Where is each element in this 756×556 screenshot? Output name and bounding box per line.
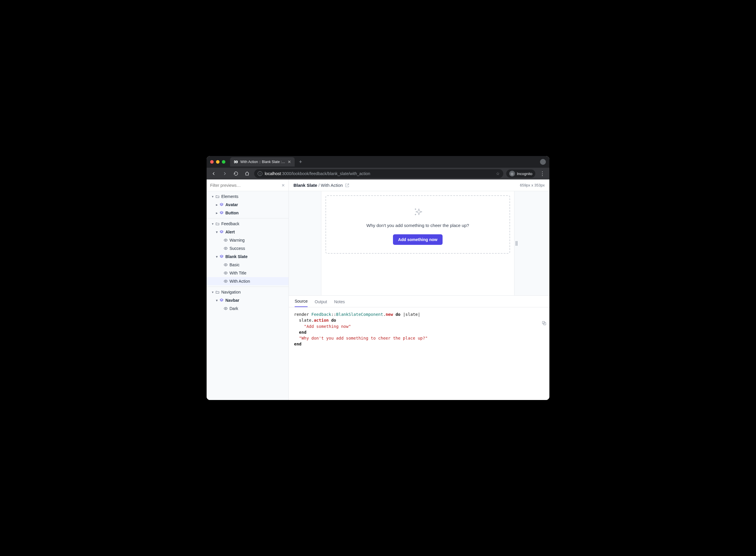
- window-controls: [210, 160, 225, 164]
- eye-icon: [223, 238, 228, 242]
- filter-input[interactable]: [210, 183, 282, 188]
- tab-output[interactable]: Output: [315, 300, 327, 307]
- blank-slate-message: Why don't you add something to cheer the…: [331, 223, 505, 228]
- tab-source[interactable]: Source: [295, 299, 307, 307]
- bookmark-icon[interactable]: ☆: [496, 171, 500, 176]
- blank-slate-component: Why don't you add something to cheer the…: [326, 195, 510, 254]
- preview-pane: Why don't you add something to cheer the…: [289, 191, 549, 295]
- chevron-down-icon: ▾: [211, 222, 215, 226]
- filter-bar: ✕: [207, 179, 289, 191]
- forward-button[interactable]: [221, 170, 229, 178]
- tab-close-button[interactable]: ✕: [288, 160, 291, 164]
- svg-point-8: [225, 281, 226, 282]
- chevron-right-icon: ▸: [215, 211, 219, 215]
- copy-icon[interactable]: [542, 321, 547, 325]
- eye-icon: [223, 263, 228, 267]
- source-code[interactable]: render Feedback::BlankSlateComponent.new…: [289, 307, 549, 351]
- maximize-window-button[interactable]: [222, 160, 225, 164]
- sidebar-preview-warning[interactable]: Warning: [207, 236, 289, 244]
- inspector-panel: Source Output Notes render Feedback::Bla…: [289, 295, 549, 400]
- folder-icon: [215, 195, 220, 199]
- tab-notes[interactable]: Notes: [334, 300, 345, 307]
- sidebar-preview-success[interactable]: Success: [207, 244, 289, 252]
- sidebar-component-button[interactable]: ▸ Button: [207, 209, 289, 217]
- sidebar-group-feedback[interactable]: ▾ Feedback: [207, 220, 289, 228]
- sidebar-group-elements[interactable]: ▾ Elements: [207, 193, 289, 201]
- sidebar-preview-with-action[interactable]: With Action: [207, 277, 289, 285]
- svg-point-7: [225, 272, 226, 274]
- sparkle-icon: [331, 206, 505, 218]
- close-window-button[interactable]: [210, 160, 213, 164]
- open-new-window-icon[interactable]: [345, 183, 349, 187]
- viewport-dimensions: 659px x 353px: [520, 183, 545, 187]
- preview-gutter: [289, 191, 321, 295]
- layers-icon: [219, 211, 224, 215]
- new-tab-button[interactable]: +: [296, 158, 305, 166]
- preview-resize-gutter: [515, 191, 549, 295]
- code-panel: render Feedback::BlankSlateComponent.new…: [289, 307, 549, 400]
- chevron-down-icon: ▾: [211, 195, 215, 199]
- sidebar-preview-basic[interactable]: Basic: [207, 261, 289, 269]
- reload-button[interactable]: [232, 170, 240, 178]
- sidebar-component-alert[interactable]: ▾ Alert: [207, 228, 289, 236]
- tab-title: With Action :: Blank Slate :: Loo: [240, 160, 285, 164]
- profile-avatar-icon[interactable]: [540, 159, 546, 165]
- incognito-badge[interactable]: ◎ Incognito: [506, 170, 535, 178]
- incognito-icon: ◎: [509, 171, 515, 177]
- tab-strip: 👀 With Action :: Blank Slate :: Loo ✕ +: [207, 156, 549, 168]
- chevron-down-icon: ▾: [215, 230, 219, 234]
- preview-tree[interactable]: ▾ Elements ▸ Avatar ▸: [207, 191, 289, 400]
- eye-icon: [223, 271, 228, 275]
- minimize-window-button[interactable]: [216, 160, 220, 164]
- layers-icon: [219, 298, 224, 302]
- svg-marker-2: [220, 231, 223, 232]
- layers-icon: [219, 254, 224, 258]
- resize-handle-icon[interactable]: [516, 241, 517, 246]
- browser-window: 👀 With Action :: Blank Slate :: Loo ✕ + …: [207, 156, 549, 400]
- chevron-down-icon: ▾: [215, 299, 219, 302]
- sidebar-component-navbar[interactable]: ▾ Navbar: [207, 296, 289, 304]
- folder-icon: [215, 290, 220, 294]
- browser-tab[interactable]: 👀 With Action :: Blank Slate :: Loo ✕: [230, 157, 295, 167]
- site-info-icon[interactable]: i: [258, 171, 262, 176]
- sidebar-component-avatar[interactable]: ▸ Avatar: [207, 201, 289, 209]
- breadcrumb: Blank Slate/With Action: [294, 183, 343, 188]
- sidebar-preview-dark[interactable]: Dark: [207, 304, 289, 313]
- add-something-button[interactable]: Add something now: [393, 234, 443, 245]
- svg-marker-5: [220, 255, 223, 257]
- inspector-tabs: Source Output Notes: [289, 296, 549, 307]
- sidebar-preview-with-title[interactable]: With Title: [207, 269, 289, 277]
- sidebar: ✕ ▾ Elements ▸ Av: [207, 179, 289, 400]
- browser-toolbar: i localhost:3000/lookbook/feedback/blank…: [207, 168, 549, 179]
- browser-menu-button[interactable]: ⋮: [538, 170, 547, 178]
- svg-point-3: [225, 240, 226, 241]
- home-button[interactable]: [243, 170, 251, 178]
- layers-icon: [219, 203, 224, 207]
- eye-icon: [223, 279, 228, 283]
- svg-point-4: [225, 248, 226, 249]
- chevron-right-icon: ▸: [215, 203, 219, 207]
- sidebar-component-blank-slate[interactable]: ▾ Blank Slate: [207, 252, 289, 261]
- folder-icon: [215, 222, 220, 226]
- svg-marker-1: [220, 211, 223, 213]
- svg-point-6: [225, 264, 226, 266]
- layers-icon: [219, 230, 224, 234]
- incognito-label: Incognito: [517, 172, 532, 176]
- svg-marker-9: [220, 299, 223, 301]
- address-bar[interactable]: i localhost:3000/lookbook/feedback/blank…: [254, 169, 503, 178]
- svg-marker-0: [220, 203, 223, 205]
- filter-clear-button[interactable]: ✕: [282, 183, 285, 188]
- svg-point-10: [225, 308, 226, 309]
- url-display: localhost:3000/lookbook/feedback/blank_s…: [265, 171, 370, 176]
- chevron-down-icon: ▾: [211, 290, 215, 294]
- chevron-down-icon: ▾: [215, 255, 219, 258]
- back-button[interactable]: [209, 170, 218, 178]
- tab-favicon: 👀: [234, 160, 238, 164]
- eye-icon: [223, 246, 228, 250]
- main-panel: Blank Slate/With Action 659px x 353px: [289, 179, 549, 400]
- preview-canvas: Why don't you add something to cheer the…: [321, 191, 515, 295]
- sidebar-group-navigation[interactable]: ▾ Navigation: [207, 288, 289, 296]
- page-content: ✕ ▾ Elements ▸ Av: [207, 179, 549, 400]
- preview-header: Blank Slate/With Action 659px x 353px: [289, 179, 549, 191]
- eye-icon: [223, 307, 228, 311]
